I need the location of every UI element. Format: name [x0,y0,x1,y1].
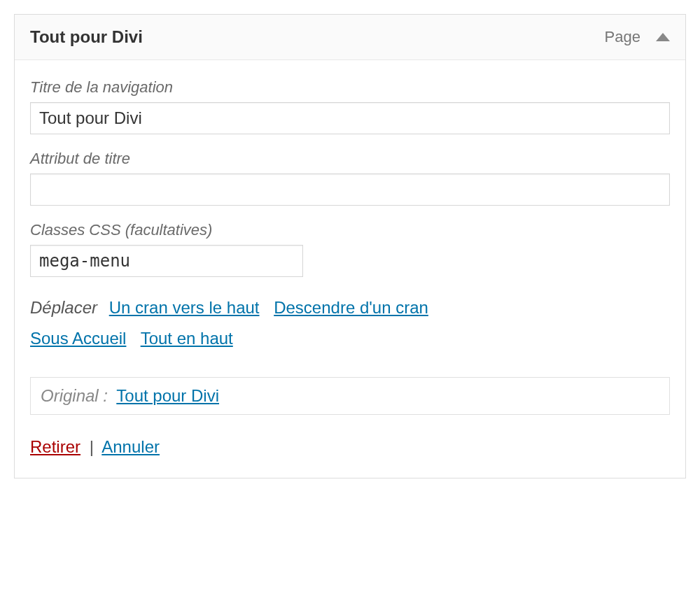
nav-label-input[interactable] [30,102,670,134]
move-down-link[interactable]: Descendre d'un cran [274,298,428,317]
collapse-icon[interactable] [656,33,670,41]
move-label: Déplacer [30,298,97,317]
actions-row: Retirer | Annuler [30,437,670,457]
original-label: Original : [41,386,108,405]
field-css-classes: Classes CSS (facultatives) [30,221,670,277]
panel-header-right: Page [605,28,670,46]
actions-separator: | [90,437,94,456]
panel-type-label: Page [605,28,640,46]
move-under-link[interactable]: Sous Accueil [30,329,126,348]
field-title-attr: Attribut de titre [30,150,670,206]
field-nav-label: Titre de la navigation [30,78,670,134]
panel-header[interactable]: Tout pour Divi Page [15,15,685,60]
title-attr-input[interactable] [30,173,670,206]
remove-link[interactable]: Retirer [30,437,80,456]
panel-body: Titre de la navigation Attribut de titre… [15,60,685,478]
move-row: Déplacer Un cran vers le haut Descendre … [30,292,670,355]
original-box: Original : Tout pour Divi [30,377,670,415]
menu-item-panel: Tout pour Divi Page Titre de la navigati… [14,14,686,478]
move-top-link[interactable]: Tout en haut [141,329,233,348]
css-classes-input[interactable] [30,245,303,277]
cancel-link[interactable]: Annuler [102,437,160,456]
panel-title: Tout pour Divi [30,27,143,47]
move-up-link[interactable]: Un cran vers le haut [109,298,260,317]
original-link[interactable]: Tout pour Divi [116,386,219,405]
nav-label-label: Titre de la navigation [30,78,670,97]
title-attr-label: Attribut de titre [30,150,670,168]
css-classes-label: Classes CSS (facultatives) [30,221,670,239]
